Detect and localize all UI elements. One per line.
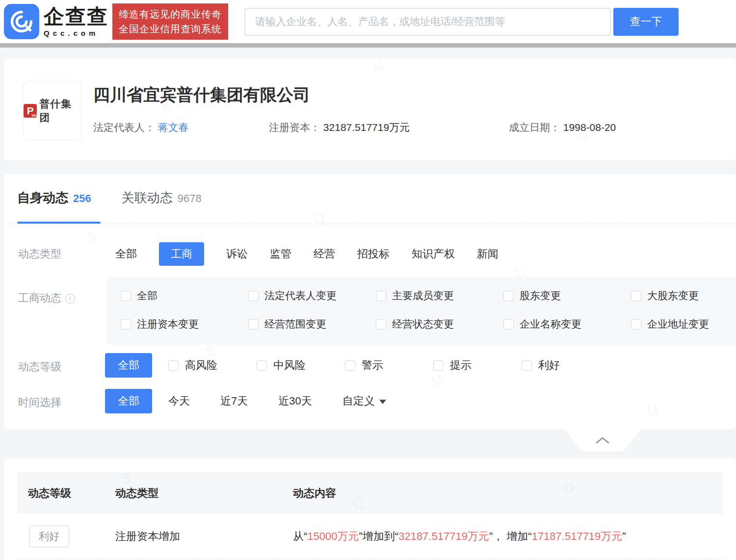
cb-biz-all[interactable]: 全部 <box>107 289 248 303</box>
cb-major-shareholder-change[interactable]: 大股东变更 <box>631 289 736 303</box>
filter-level-label: 动态等级 <box>18 359 61 374</box>
checkbox[interactable] <box>376 291 386 301</box>
cb-mid-risk[interactable]: 中风险 <box>257 358 345 373</box>
type-option-jingying[interactable]: 经营 <box>314 247 335 261</box>
legal-rep-link[interactable]: 蒋文春 <box>158 122 189 133</box>
checkbox[interactable] <box>345 360 355 371</box>
brand-name: 企查查 <box>44 6 108 27</box>
time-all-button[interactable]: 全部 <box>105 389 152 413</box>
dynamics-tabs: 自身动态256 关联动态9678 <box>17 189 202 206</box>
company-logo-mark: PSH <box>24 104 37 118</box>
company-info-row: 法定代表人： 蒋文春 注册资本： 32187.517719万元 成立日期： 19… <box>93 121 726 137</box>
type-option-jianguan[interactable]: 监管 <box>270 247 291 261</box>
cb-key-member-change[interactable]: 主要成员变更 <box>376 289 503 303</box>
level-all-button[interactable]: 全部 <box>105 353 152 378</box>
time-option-7days[interactable]: 近7天 <box>220 394 248 408</box>
time-option-30days[interactable]: 近30天 <box>278 394 312 408</box>
biz-checkbox-row-2: 注册资本变更 经营范围变更 经营状态变更 企业名称变更 企业地址变更 <box>107 317 736 331</box>
company-name: 四川省宜宾普什集团有限公司 <box>93 84 310 106</box>
cb-high-risk[interactable]: 高风险 <box>168 358 257 373</box>
collapse-filters-tab[interactable] <box>564 429 641 451</box>
cell-level: 利好 <box>28 526 115 547</box>
checkbox[interactable] <box>433 360 444 371</box>
reg-capital-value: 32187.517719万元 <box>323 122 410 133</box>
brand-domain: Qcc.com <box>44 29 108 37</box>
cb-scope-change[interactable]: 经营范围变更 <box>248 317 376 331</box>
cb-status-change[interactable]: 经营状态变更 <box>376 317 503 331</box>
tab-related-count: 9678 <box>178 192 202 204</box>
qcc-swirl-icon <box>9 9 34 34</box>
header-content: 动态内容 <box>293 486 723 501</box>
filter-biz-label: 工商动态i <box>18 291 75 305</box>
type-option-xinwen[interactable]: 新闻 <box>477 247 499 261</box>
nav-strip <box>0 43 736 48</box>
checkbox[interactable] <box>503 291 514 301</box>
dynamics-table-card: 动态等级 动态类型 动态内容 利好 注册资本增加 从“15000万元”增加到“3… <box>4 458 736 560</box>
old-capital-value: 15000万元 <box>307 530 359 542</box>
header-type: 动态类型 <box>115 486 293 501</box>
reg-capital-label: 注册资本： <box>269 122 320 133</box>
filter-level-options: 全部 高风险 中风险 警示 提示 利好 <box>105 353 610 378</box>
established-label: 成立日期： <box>509 122 560 133</box>
info-icon[interactable]: i <box>65 294 75 304</box>
dynamics-filter-card: 自身动态256 关联动态9678 动态类型 全部 工商 诉讼 监管 经营 招投标… <box>4 174 736 429</box>
cb-warning[interactable]: 警示 <box>345 358 433 373</box>
filter-time-label: 时间选择 <box>18 395 61 410</box>
checkbox[interactable] <box>631 291 641 301</box>
checkbox[interactable] <box>121 319 131 330</box>
checkbox[interactable] <box>121 291 131 301</box>
time-option-custom[interactable]: 自定义 <box>342 394 386 408</box>
time-option-today[interactable]: 今天 <box>168 394 190 408</box>
cb-name-change[interactable]: 企业名称变更 <box>503 317 631 331</box>
tab-self-count: 256 <box>73 192 91 204</box>
checkbox[interactable] <box>631 319 641 330</box>
filter-type-label: 动态类型 <box>18 247 61 261</box>
checkbox[interactable] <box>376 319 386 330</box>
tab-self-dynamics[interactable]: 自身动态256 <box>17 189 91 206</box>
header-level: 动态等级 <box>28 486 115 501</box>
top-header: 企查查 Qcc.com 缔造有远见的商业传奇 全国企业信用查询系统 查一下 <box>0 0 736 43</box>
biz-checkbox-row-1: 全部 法定代表人变更 主要成员变更 股东变更 大股东变更 <box>107 289 736 303</box>
checkbox[interactable] <box>248 291 259 301</box>
filter-time-options: 全部 今天 近7天 近30天 自定义 <box>105 389 417 413</box>
search-bar: 查一下 <box>244 8 679 36</box>
new-capital-value: 32187.517719万元 <box>398 530 489 542</box>
checkbox[interactable] <box>257 360 267 371</box>
type-option-all[interactable]: 全部 <box>115 247 137 261</box>
tab-self-label: 自身动态 <box>17 190 68 205</box>
table-row: 利好 注册资本增加 从“15000万元”增加到“32187.517719万元”，… <box>17 514 723 559</box>
legal-rep-label: 法定代表人： <box>93 122 155 133</box>
checkbox[interactable] <box>248 319 259 330</box>
cell-type: 注册资本增加 <box>115 529 293 544</box>
checkbox[interactable] <box>522 360 532 371</box>
tab-related-dynamics[interactable]: 关联动态9678 <box>122 189 202 206</box>
type-option-susong[interactable]: 诉讼 <box>226 247 248 261</box>
qcc-logo-icon[interactable] <box>4 4 39 39</box>
cb-positive[interactable]: 利好 <box>522 358 610 373</box>
brand-slogan: 缔造有远见的商业传奇 全国企业信用查询系统 <box>112 3 228 40</box>
cb-capital-change[interactable]: 注册资本变更 <box>107 317 248 331</box>
tab-divider <box>4 224 736 224</box>
cb-shareholder-change[interactable]: 股东变更 <box>503 289 631 303</box>
company-logo-text: 普什集团 <box>39 97 81 125</box>
search-button[interactable]: 查一下 <box>613 8 679 36</box>
slogan-line-1: 缔造有远见的商业传奇 <box>119 7 222 22</box>
cb-address-change[interactable]: 企业地址变更 <box>631 317 736 331</box>
biz-changes-panel: 全部 法定代表人变更 主要成员变更 股东变更 大股东变更 注册资本变更 经营范围… <box>107 277 736 345</box>
slogan-line-2: 全国企业信用查询系统 <box>119 22 222 36</box>
company-logo: PSH 普什集团 <box>23 81 82 140</box>
established-group: 成立日期： 1998-08-20 <box>509 121 616 134</box>
search-input[interactable] <box>244 8 611 36</box>
cb-legal-rep-change[interactable]: 法定代表人变更 <box>248 289 376 303</box>
type-option-zhaotoubiao[interactable]: 招投标 <box>357 247 390 261</box>
checkbox[interactable] <box>168 360 179 371</box>
checkbox[interactable] <box>503 319 514 330</box>
type-option-gongshang[interactable]: 工商 <box>159 242 204 266</box>
company-summary-card: PSH 普什集团 四川省宜宾普什集团有限公司 法定代表人： 蒋文春 注册资本： … <box>4 58 736 160</box>
table-header: 动态等级 动态类型 动态内容 <box>17 472 723 514</box>
brand-text[interactable]: 企查查 Qcc.com <box>44 6 108 37</box>
tab-related-label: 关联动态 <box>122 190 173 205</box>
legal-rep-group: 法定代表人： 蒋文春 <box>93 121 189 134</box>
type-option-zhishichanquan[interactable]: 知识产权 <box>412 247 455 261</box>
cb-hint[interactable]: 提示 <box>433 358 522 373</box>
